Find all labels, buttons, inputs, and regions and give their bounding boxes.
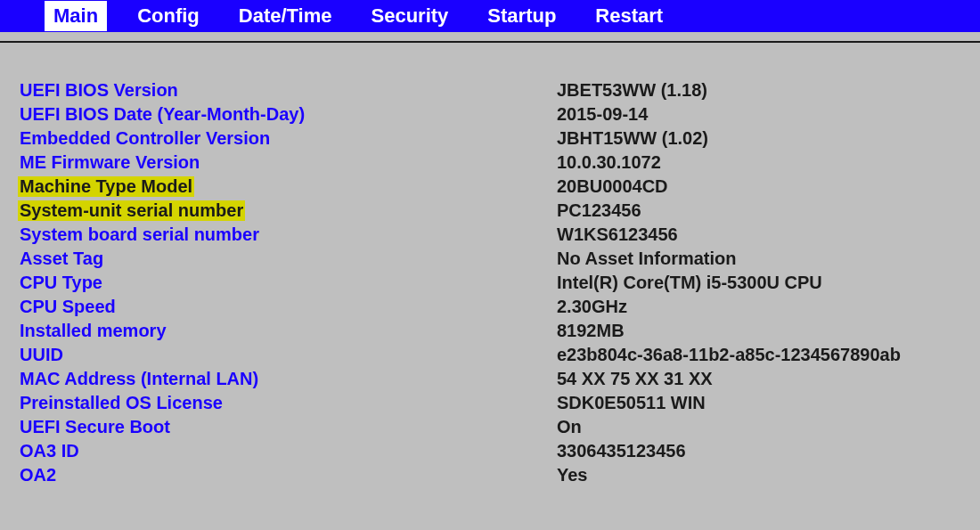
- info-row: Preinstalled OS LicenseSDK0E50511 WIN: [18, 391, 980, 415]
- info-value: JBHT15WW (1.02): [557, 128, 708, 149]
- info-label: UUID: [18, 345, 557, 365]
- info-label: MAC Address (Internal LAN): [18, 369, 557, 389]
- info-label: OA2: [18, 465, 557, 485]
- info-label: Asset Tag: [18, 249, 557, 269]
- info-label: UEFI BIOS Date (Year-Month-Day): [18, 104, 557, 125]
- info-label: System-unit serial number: [18, 200, 245, 221]
- info-row: MAC Address (Internal LAN)54 XX 75 XX 31…: [18, 367, 980, 391]
- info-row: UEFI BIOS Date (Year-Month-Day)2015-09-1…: [18, 102, 980, 126]
- info-value: Yes: [557, 465, 587, 485]
- tab-security[interactable]: Security: [363, 1, 458, 31]
- info-label: ME Firmware Version: [18, 152, 557, 173]
- tab-config[interactable]: Config: [128, 1, 208, 31]
- info-value: SDK0E50511 WIN: [557, 393, 706, 413]
- info-row: CPU TypeIntel(R) Core(TM) i5-5300U CPU: [18, 271, 980, 295]
- info-row: UEFI Secure BootOn: [18, 415, 980, 439]
- info-label: OA3 ID: [18, 441, 557, 461]
- info-row: Embedded Controller VersionJBHT15WW (1.0…: [18, 126, 980, 151]
- info-value: No Asset Information: [557, 249, 737, 269]
- info-value: 20BU0004CD: [557, 176, 668, 197]
- info-row: CPU Speed2.30GHz: [18, 295, 980, 319]
- info-value: 2015-09-14: [557, 104, 648, 125]
- info-label: CPU Speed: [18, 297, 557, 317]
- info-value: W1KS6123456: [557, 224, 678, 245]
- info-value: PC123456: [557, 200, 641, 221]
- info-row: System board serial numberW1KS6123456: [18, 223, 980, 247]
- info-value: 3306435123456: [557, 441, 686, 461]
- info-label: CPU Type: [18, 273, 557, 293]
- info-label: UEFI BIOS Version: [18, 80, 557, 101]
- bios-main-content: UEFI BIOS VersionJBET53WW (1.18)UEFI BIO…: [0, 43, 980, 487]
- info-value: 2.30GHz: [557, 297, 627, 317]
- info-row: UUIDe23b804c-36a8-11b2-a85c-1234567890ab: [18, 343, 980, 367]
- info-row: Installed memory8192MB: [18, 319, 980, 343]
- info-row: UEFI BIOS VersionJBET53WW (1.18): [18, 78, 980, 102]
- tab-main[interactable]: Main: [45, 1, 107, 31]
- info-label: Installed memory: [18, 321, 557, 341]
- info-row: Machine Type Model20BU0004CD: [18, 175, 980, 199]
- tab-restart[interactable]: Restart: [586, 1, 672, 31]
- info-value: 54 XX 75 XX 31 XX: [557, 369, 713, 389]
- info-value: Intel(R) Core(TM) i5-5300U CPU: [557, 273, 822, 293]
- tab-startup[interactable]: Startup: [478, 1, 565, 31]
- info-value: 8192MB: [557, 321, 625, 341]
- info-label: System board serial number: [18, 224, 557, 245]
- info-row: Asset TagNo Asset Information: [18, 247, 980, 271]
- info-row: System-unit serial numberPC123456: [18, 199, 980, 223]
- info-value: e23b804c-36a8-11b2-a85c-1234567890ab: [557, 345, 901, 365]
- info-value: 10.0.30.1072: [557, 152, 661, 173]
- info-value: On: [557, 417, 582, 437]
- info-row: OA3 ID3306435123456: [18, 439, 980, 463]
- info-label: UEFI Secure Boot: [18, 417, 557, 437]
- info-row: OA2Yes: [18, 463, 980, 487]
- info-row: ME Firmware Version10.0.30.1072: [18, 151, 980, 175]
- bios-menubar: Main Config Date/Time Security Startup R…: [0, 0, 980, 32]
- tab-datetime[interactable]: Date/Time: [230, 1, 341, 31]
- info-label: Embedded Controller Version: [18, 128, 557, 149]
- info-value: JBET53WW (1.18): [557, 80, 707, 101]
- info-label: Preinstalled OS License: [18, 393, 557, 413]
- info-label: Machine Type Model: [18, 176, 194, 197]
